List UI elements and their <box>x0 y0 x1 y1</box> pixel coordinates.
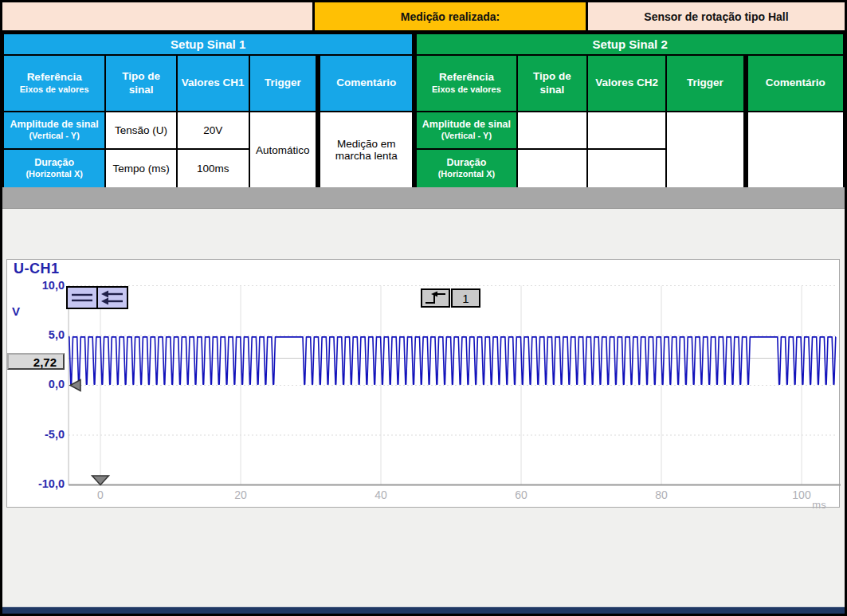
setup2-col-trigger: Trigger <box>666 55 746 112</box>
setup2-duracao-tipo <box>517 149 588 188</box>
setup1-col-trigger: Trigger <box>249 55 319 112</box>
oscilloscope-panel: U-CH1 V 10,0 5,0 0,0 -5,0 -10,0 0 20 40 … <box>6 259 840 508</box>
setup1-duracao-valor: 100ms <box>177 149 249 188</box>
trigger-rising-edge-icon <box>422 290 449 306</box>
scroll-left-icon <box>99 288 126 308</box>
setup2-duracao-valor <box>587 149 666 188</box>
x-tick-40: 40 <box>363 488 398 501</box>
setup1-title: Setup Sinal 1 <box>3 33 414 55</box>
y-tick-neg10: -10,0 <box>25 477 65 490</box>
measurement-value: Sensor de rotação tipo Hall <box>588 2 845 30</box>
setup2-title: Setup Sinal 2 <box>414 33 844 55</box>
setup2-col-comentario: Comentário <box>746 55 844 112</box>
setup2-row-amplitude: Amplitude de sinal (Vertical - Y) <box>414 112 516 149</box>
trigger-channel-box[interactable]: 1 <box>451 288 480 308</box>
setup2-amplitude-tipo <box>517 112 588 149</box>
setup2-col-valores: Valores CH2 <box>587 55 666 112</box>
x-tick-60: 60 <box>504 488 539 501</box>
setup2-trigger-value <box>666 112 746 188</box>
y-tick-5: 5,0 <box>25 328 65 341</box>
scroll-left-button[interactable] <box>96 286 128 309</box>
measurement-banner: Medição realizada: Sensor de rotação tip… <box>2 2 845 33</box>
setup2-amplitude-valor <box>587 112 666 149</box>
app-window: Medição realizada: Sensor de rotação tip… <box>0 0 847 616</box>
setup-table: Setup Sinal 1 Setup Sinal 2 Referência E… <box>2 33 845 189</box>
measurement-label: Medição realizada: <box>315 2 586 30</box>
y-tick-neg5: -5,0 <box>25 428 65 441</box>
y-tick-0: 0,0 <box>25 378 65 390</box>
setup2-col-referencia: Referência Eixos de valores <box>414 55 516 112</box>
setup1-duracao-tipo: Tempo (ms) <box>105 149 177 188</box>
setup1-comentario-value: Medição em marcha lenta <box>318 112 414 188</box>
setup1-amplitude-tipo: Tensão (U) <box>105 112 177 149</box>
setup1-row-duracao: Duração (Horizontal X) <box>3 149 105 188</box>
x-tick-0: 0 <box>83 488 118 501</box>
pan-lines-button[interactable] <box>66 286 98 309</box>
channel-label: U-CH1 <box>14 261 60 277</box>
banner-empty-cell <box>2 2 312 30</box>
setup1-col-tipo: Tipo de sinal <box>105 55 177 112</box>
pan-lines-icon <box>69 288 96 308</box>
setup2-comentario-value <box>746 112 844 188</box>
setup1-row-amplitude: Amplitude de sinal (Vertical - Y) <box>3 112 105 149</box>
x-tick-80: 80 <box>644 488 679 501</box>
bottom-status-bar <box>2 606 845 614</box>
x-tick-20: 20 <box>223 488 258 501</box>
trigger-position-marker-icon[interactable] <box>92 476 109 485</box>
trigger-edge-box[interactable] <box>421 288 450 308</box>
setup1-col-comentario: Comentário <box>318 55 414 112</box>
setup1-amplitude-valor: 20V <box>177 112 249 149</box>
setup2-col-tipo: Tipo de sinal <box>517 55 588 112</box>
y-axis-unit-label: V <box>12 304 20 318</box>
trigger-indicator[interactable]: 1 <box>421 288 480 308</box>
separator-band <box>2 187 845 209</box>
cursor-value-readout[interactable]: 2,72 <box>7 353 65 370</box>
x-axis-unit-label: ms <box>806 499 833 511</box>
scope-pan-controls <box>66 286 128 309</box>
setup2-row-duracao: Duração (Horizontal X) <box>414 149 516 188</box>
y-tick-10: 10,0 <box>25 279 65 292</box>
setup1-trigger-value: Automático <box>249 112 319 188</box>
waveform-trace <box>69 337 836 384</box>
setup1-col-referencia: Referência Eixos de valores <box>3 55 105 112</box>
setup1-col-valores: Valores CH1 <box>177 55 249 112</box>
trigger-channel-number: 1 <box>462 292 469 305</box>
